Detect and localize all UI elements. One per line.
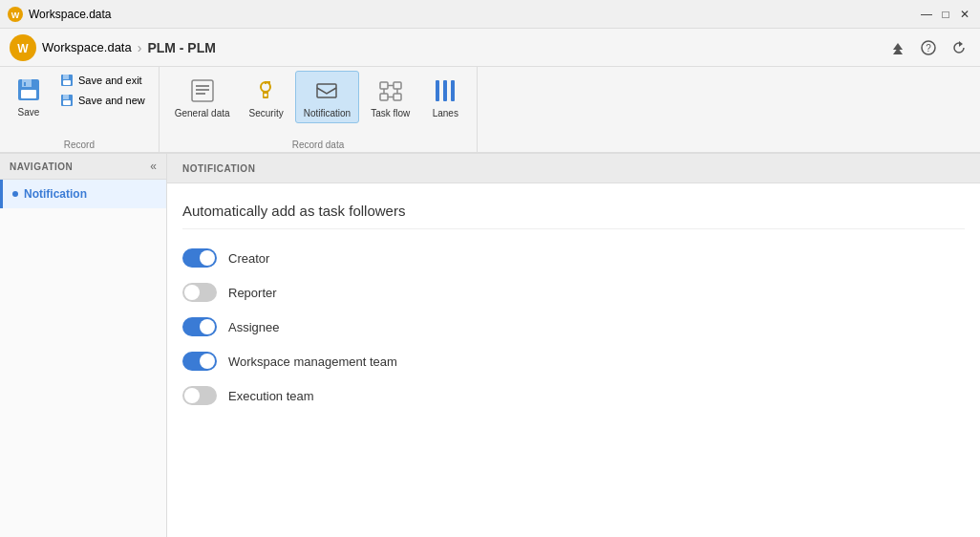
save-label: Save (18, 107, 40, 118)
save-exit-button[interactable]: Save and exit (53, 71, 151, 90)
svg-rect-33 (436, 80, 439, 101)
ribbon: Save Save and exit (0, 67, 980, 154)
svg-rect-27 (380, 94, 388, 100)
save-stack: Save and exit Save and new (53, 71, 151, 135)
content-header: NOTIFICATION (167, 154, 980, 183)
toggle-knob (184, 388, 200, 403)
save-button-area: Save (8, 71, 50, 135)
content-section-header: NOTIFICATION (182, 163, 255, 174)
toggle-container: CreatorReporterAssigneeWorkspace managem… (182, 248, 965, 405)
sidebar-header: NAVIGATION « (0, 154, 166, 180)
general-data-button[interactable]: General data (167, 71, 238, 123)
toggle-row-execution-team: Execution team (182, 386, 965, 405)
breadcrumb: W Workspace.data › PLM - PLM (10, 34, 216, 61)
toggle-row-creator: Creator (182, 248, 965, 268)
taskflow-icon (375, 75, 406, 106)
ribbon-record-buttons: Save Save and exit (8, 71, 151, 148)
refresh-button[interactable] (948, 36, 970, 59)
save-icon (13, 75, 44, 105)
breadcrumb-title: PLM - PLM (147, 40, 216, 55)
save-new-button[interactable]: Save and new (53, 91, 151, 110)
general-data-label: General data (175, 108, 230, 118)
notification-icon (311, 75, 342, 106)
save-new-icon (59, 93, 75, 108)
sidebar-item-label: Notification (24, 187, 87, 201)
security-button[interactable]: Security (242, 71, 291, 123)
maximize-button[interactable]: □ (938, 7, 953, 22)
header-actions: ? (886, 36, 970, 59)
svg-rect-23 (264, 94, 266, 97)
taskflow-button[interactable]: Task flow (363, 71, 417, 123)
main-layout: NAVIGATION « Notification NOTIFICATION A… (0, 154, 980, 537)
ribbon-record-data-label: Record data (292, 140, 344, 150)
svg-rect-35 (451, 80, 455, 101)
toggle-execution-team[interactable] (182, 386, 217, 405)
ribbon-record-data-buttons: General data Security (167, 71, 470, 137)
toggle-knob (200, 250, 215, 266)
up-button[interactable] (886, 36, 909, 59)
svg-rect-34 (443, 80, 447, 101)
toggle-row-assignee: Assignee (182, 317, 965, 336)
toggle-label-workspace-mgmt: Workspace management team (228, 354, 397, 369)
svg-rect-13 (63, 80, 71, 85)
toggle-row-reporter: Reporter (182, 283, 965, 302)
security-label: Security (249, 108, 284, 118)
svg-rect-8 (22, 79, 32, 87)
toggle-assignee[interactable] (182, 317, 217, 336)
svg-rect-15 (63, 95, 69, 99)
toggle-label-creator: Creator (228, 251, 269, 266)
notification-button[interactable]: Notification (295, 71, 359, 123)
content: NOTIFICATION Automatically add as task f… (167, 154, 980, 537)
toggle-workspace-mgmt[interactable] (182, 352, 217, 371)
breadcrumb-icon: W (10, 34, 36, 61)
taskflow-label: Task flow (371, 108, 410, 118)
toggle-creator[interactable] (182, 248, 217, 268)
save-exit-label: Save and exit (78, 75, 142, 86)
toggle-reporter[interactable] (182, 283, 217, 302)
svg-marker-6 (959, 41, 963, 47)
svg-rect-9 (21, 90, 36, 98)
title-bar: W Workspace.data — □ ✕ (0, 0, 980, 29)
svg-text:?: ? (926, 43, 931, 54)
sidebar-header-label: NAVIGATION (10, 161, 73, 172)
sidebar-item-dot (12, 191, 18, 197)
general-data-icon (187, 75, 218, 106)
content-body: Automatically add as task followers Crea… (167, 183, 980, 440)
save-new-label: Save and new (78, 95, 145, 106)
security-icon (251, 75, 282, 106)
toggle-row-workspace-mgmt: Workspace management team (182, 352, 965, 371)
svg-rect-19 (196, 89, 209, 91)
sidebar-collapse-button[interactable]: « (150, 160, 157, 173)
breadcrumb-separator: › (138, 40, 142, 55)
close-button[interactable]: ✕ (957, 7, 972, 22)
svg-text:W: W (11, 11, 20, 20)
lanes-button[interactable]: Lanes (421, 71, 469, 123)
svg-rect-26 (394, 82, 401, 89)
svg-rect-18 (196, 85, 209, 87)
sidebar-item-notification[interactable]: Notification (0, 180, 166, 208)
breadcrumb-root: Workspace.data (42, 40, 132, 54)
svg-rect-25 (380, 82, 388, 89)
svg-rect-16 (63, 100, 71, 105)
save-exit-icon (59, 73, 75, 88)
help-button[interactable]: ? (917, 36, 940, 59)
svg-rect-12 (63, 75, 69, 79)
app-header: W Workspace.data › PLM - PLM ? (0, 29, 980, 67)
notification-label: Notification (304, 108, 351, 118)
toggle-label-assignee: Assignee (228, 320, 279, 334)
minimize-button[interactable]: — (919, 7, 934, 22)
ribbon-group-record: Save Save and exit (0, 67, 160, 152)
title-bar-text: Workspace.data (29, 8, 112, 21)
lanes-label: Lanes (433, 108, 458, 118)
app-icon: W (8, 7, 23, 22)
svg-rect-24 (317, 84, 336, 97)
svg-rect-10 (24, 82, 26, 86)
title-bar-controls: — □ ✕ (919, 7, 972, 22)
save-button[interactable]: Save (8, 71, 50, 121)
ribbon-group-record-data: General data Security (160, 67, 479, 152)
ribbon-record-label: Record (64, 140, 95, 150)
title-bar-left: W Workspace.data (8, 7, 112, 22)
toggle-label-reporter: Reporter (228, 286, 277, 300)
section-title: Automatically add as task followers (182, 203, 965, 229)
toggle-label-execution-team: Execution team (228, 389, 314, 403)
